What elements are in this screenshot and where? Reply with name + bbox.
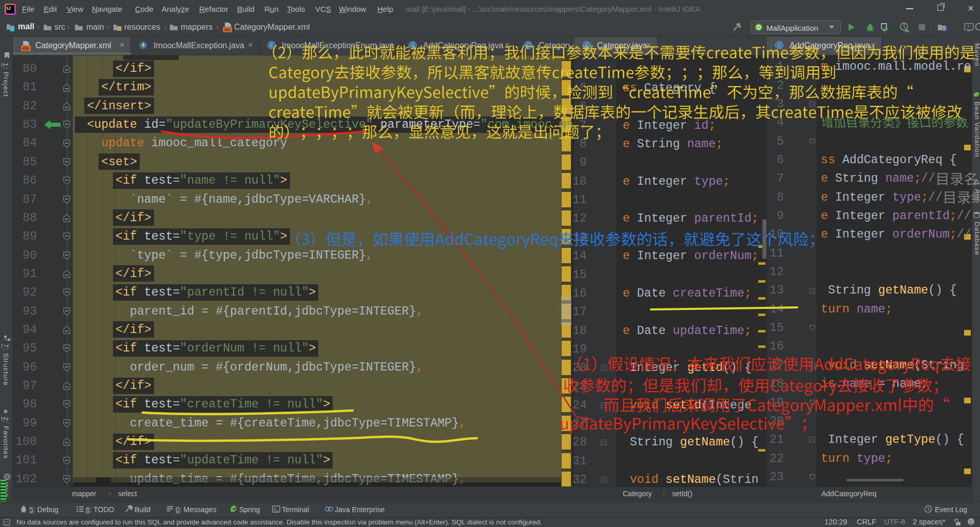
svg-text:C: C [411, 42, 415, 48]
svg-text:E: E [270, 42, 274, 48]
svg-text:<>: <> [23, 46, 29, 51]
svg-text:C: C [527, 42, 531, 48]
svg-text:C: C [778, 42, 782, 48]
svg-text:<>: <> [224, 27, 230, 32]
svg-text:C: C [585, 42, 589, 48]
